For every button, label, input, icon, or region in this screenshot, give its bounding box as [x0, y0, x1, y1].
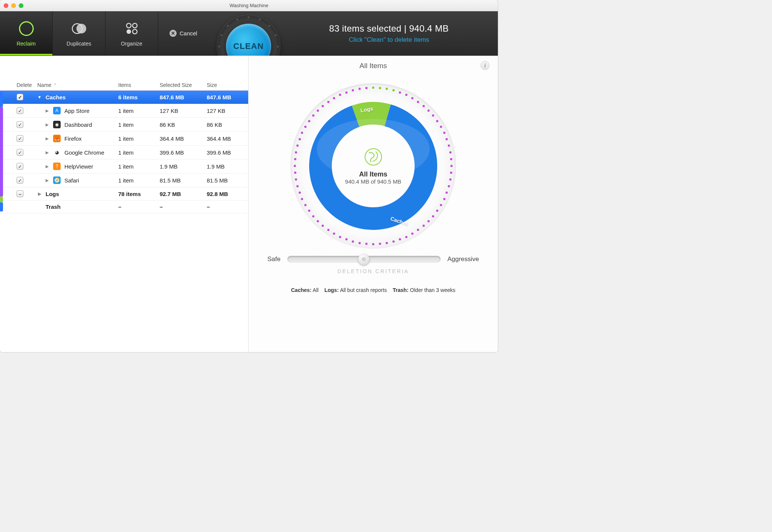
category-indicator: [0, 202, 3, 211]
chevron-right-icon[interactable]: ▶: [45, 136, 49, 141]
cell-ssize: –: [160, 204, 207, 210]
cell-size: –: [207, 204, 244, 210]
row-name: HelpViewer: [64, 163, 93, 170]
cell-items: 1 item: [118, 149, 160, 156]
table-row[interactable]: ✓▶🦊Firefox1 item364.4 MB364.4 MB: [0, 132, 248, 146]
donut-center-sub: 940.4 MB of 940.5 MB: [345, 178, 401, 185]
chevron-right-icon[interactable]: ▶: [45, 164, 49, 169]
chevron-down-icon[interactable]: ▼: [37, 95, 42, 99]
cell-size: 847.6 MB: [207, 94, 244, 100]
col-selected-size[interactable]: Selected Size: [160, 82, 207, 88]
cell-items: 1 item: [118, 177, 160, 184]
delete-checkbox[interactable]: –: [17, 190, 23, 197]
category-indicator: [0, 92, 3, 107]
item-table: Delete Name ⌃ Items Selected Size Size ✓…: [0, 56, 249, 352]
cancel-button[interactable]: ✕ Cancel: [158, 11, 209, 55]
group-row[interactable]: Trash–––: [0, 201, 248, 213]
delete-checkbox[interactable]: ✓: [17, 135, 23, 142]
delete-checkbox[interactable]: ✓: [17, 94, 23, 100]
chevron-right-icon[interactable]: ▶: [45, 122, 49, 127]
cell-size: 81.5 MB: [207, 177, 244, 184]
chevron-right-icon[interactable]: ▶: [45, 178, 49, 183]
cell-ssize: 92.7 MB: [160, 191, 207, 197]
table-header: Delete Name ⌃ Items Selected Size Size: [0, 82, 248, 91]
cell-ssize: 86 KB: [160, 122, 207, 128]
cell-items: –: [118, 204, 160, 210]
table-row[interactable]: ✓▶?HelpViewer1 item1.9 MB1.9 MB: [0, 160, 248, 173]
delete-checkbox[interactable]: ✓: [17, 121, 23, 128]
category-indicator: [0, 107, 3, 196]
group-row[interactable]: –▶Logs78 items92.7 MB92.8 MB: [0, 187, 248, 201]
cell-items: 1 item: [118, 135, 160, 142]
tab-label: Duplicates: [67, 41, 91, 47]
tab-label: Reclaim: [17, 41, 36, 47]
row-name: Caches: [46, 94, 66, 100]
col-delete[interactable]: Delete: [17, 82, 37, 88]
cell-items: 1 item: [118, 163, 160, 170]
chevron-right-icon[interactable]: ▶: [45, 150, 49, 155]
criteria-description: Caches: All Logs: All but crash reports …: [260, 287, 487, 293]
delete-checkbox[interactable]: ✓: [17, 177, 23, 184]
deletion-slider[interactable]: [287, 256, 441, 263]
deletion-slider-row: Safe Aggressive: [267, 255, 479, 263]
cell-items: 1 item: [118, 108, 160, 114]
col-items[interactable]: Items: [118, 82, 160, 88]
row-name: Safari: [64, 177, 79, 184]
svg-point-4: [133, 23, 137, 28]
tab-duplicates[interactable]: Duplicates: [53, 11, 105, 55]
app-icon: ◉: [53, 121, 61, 128]
cell-size: 127 KB: [207, 108, 244, 114]
slider-knob[interactable]: [358, 254, 369, 265]
cell-size: 1.9 MB: [207, 163, 244, 170]
row-name: App Store: [64, 108, 90, 114]
table-row[interactable]: ✓▶◕Google Chrome1 item399.6 MB399.6 MB: [0, 146, 248, 160]
slider-label-safe: Safe: [267, 255, 281, 263]
group-row[interactable]: ✓▼Caches6 items847.6 MB847.6 MB: [0, 91, 248, 104]
window-title: Washing Machine: [0, 3, 498, 8]
row-name: Trash: [46, 204, 61, 210]
app-icon: A: [53, 107, 61, 114]
moon-icon: [18, 20, 35, 37]
tab-reclaim[interactable]: Reclaim: [0, 11, 53, 55]
tab-organize[interactable]: Organize: [105, 11, 158, 55]
cell-size: 86 KB: [207, 122, 244, 128]
col-size[interactable]: Size: [207, 82, 244, 88]
table-row[interactable]: ✓▶🧭Safari1 item81.5 MB81.5 MB: [0, 173, 248, 187]
sort-asc-icon: ⌃: [53, 83, 57, 88]
svg-point-3: [127, 23, 131, 28]
app-icon: ◕: [53, 149, 61, 156]
cancel-label: Cancel: [180, 30, 197, 36]
cell-items: 6 items: [118, 94, 160, 100]
info-button[interactable]: i: [481, 61, 490, 70]
cell-ssize: 399.6 MB: [160, 149, 207, 156]
cell-size: 92.8 MB: [207, 191, 244, 197]
row-name: Google Chrome: [64, 149, 104, 156]
tab-label: Organize: [121, 41, 142, 47]
col-name[interactable]: Name ⌃: [37, 82, 118, 88]
summary-area: 83 items selected | 940.4 MB Click "Clea…: [280, 11, 498, 55]
table-row[interactable]: ✓▶AApp Store1 item127 KB127 KB: [0, 104, 248, 118]
cancel-icon: ✕: [169, 30, 177, 37]
summary-title: 83 items selected | 940.4 MB: [329, 23, 449, 34]
svg-point-5: [127, 29, 131, 34]
table-row[interactable]: ✓▶◉Dashboard1 item86 KB86 KB: [0, 118, 248, 132]
cell-size: 364.4 MB: [207, 135, 244, 142]
delete-checkbox[interactable]: ✓: [17, 163, 23, 170]
cell-items: 78 items: [118, 191, 160, 197]
cell-ssize: 847.6 MB: [160, 94, 207, 100]
cell-ssize: 81.5 MB: [160, 177, 207, 184]
app-icon: 🦊: [53, 135, 61, 142]
cell-ssize: 364.4 MB: [160, 135, 207, 142]
app-icon: 🧭: [53, 176, 61, 184]
svg-point-6: [133, 29, 137, 34]
chevron-right-icon[interactable]: ▶: [45, 108, 49, 113]
main: Delete Name ⌃ Items Selected Size Size ✓…: [0, 56, 498, 352]
criteria-heading: DELETION CRITERIA: [260, 268, 487, 274]
cell-size: 399.6 MB: [207, 149, 244, 156]
row-name: Logs: [46, 191, 59, 197]
right-panel: All Items i Logs Caches All: [249, 56, 498, 352]
delete-checkbox[interactable]: ✓: [17, 149, 23, 156]
delete-checkbox[interactable]: ✓: [17, 107, 23, 114]
globe-icon: [363, 147, 383, 167]
chevron-right-icon[interactable]: ▶: [37, 192, 42, 196]
